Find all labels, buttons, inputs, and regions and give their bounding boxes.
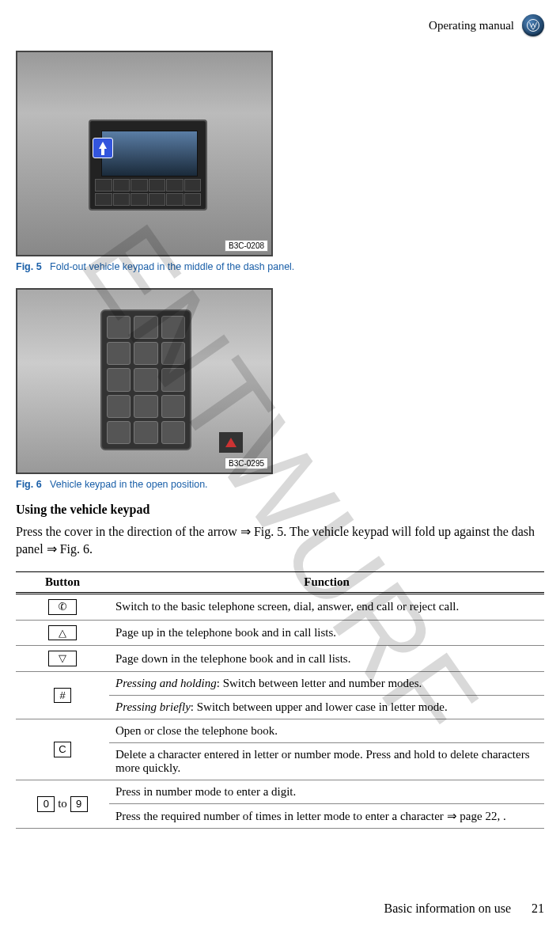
footer-page-number: 21 [532,902,544,915]
table-row: ▽ Page down in the telephone book and in… [16,646,544,672]
fn-text: Page up in the telephone book and in cal… [109,620,544,646]
key-phone: ✆ [16,594,109,621]
fn-text: Page down in the telephone book and in c… [109,646,544,672]
page-footer: Basic information on use 21 [384,902,544,916]
th-button: Button [16,572,109,594]
fn-text: Switch to the basic telephone screen, di… [109,594,544,621]
fn-text: Press in number mode to enter a digit. [109,780,544,803]
key-up: △ [16,620,109,646]
figure-6-caption: Fig. 6 Vehicle keypad in the open positi… [16,479,544,490]
key-hash: # [16,671,109,719]
keypad-icon [100,309,191,450]
fn-text: Delete a character entered in letter or … [109,742,544,780]
figure-6-code: B3C-0295 [225,457,268,469]
section-title: Using the vehicle keypad [16,503,544,517]
figure-5-label: Fig. 5 [16,261,42,272]
figure-6-image: B3C-0295 [16,288,273,474]
figure-6-label: Fig. 6 [16,479,42,490]
table-row: # Pressing and holding: Switch between l… [16,671,544,695]
figure-5: B3C-0208 Fig. 5 Fold-out vehicle keypad … [16,51,544,272]
figure-6-caption-text: Vehicle keypad in the open position. [50,479,207,490]
button-function-table: Button Function ✆ Switch to the basic te… [16,571,544,829]
fn-text: Press the required number of times in le… [109,803,544,828]
fn-text: Open or close the telephone book. [109,719,544,742]
fn-text: Pressing and holding: Switch between let… [109,671,544,695]
arrow-indicator-icon [93,138,113,158]
table-row: △ Page up in the telephone book and in c… [16,620,544,646]
key-c: C [16,719,109,780]
footer-section: Basic information on use [384,902,511,915]
figure-5-caption-text: Fold-out vehicle keypad in the middle of… [50,261,294,272]
figure-5-caption: Fig. 5 Fold-out vehicle keypad in the mi… [16,261,544,272]
table-row: 0 to 9 Press in number mode to enter a d… [16,780,544,803]
key-digits: 0 to 9 [16,780,109,828]
table-row: C Open or close the telephone book. [16,719,544,742]
vw-logo-icon [522,14,544,36]
th-function: Function [109,572,544,594]
fn-text: Pressing briefly: Switch between upper a… [109,695,544,719]
figure-6: B3C-0295 Fig. 6 Vehicle keypad in the op… [16,288,544,490]
section-body: Press the cover in the direction of the … [16,523,544,557]
key-down: ▽ [16,646,109,672]
figure-5-image: B3C-0208 [16,51,273,256]
figure-5-code: B3C-0208 [225,240,268,252]
page-header: Operating manual [16,0,544,43]
table-row: ✆ Switch to the basic telephone screen, … [16,594,544,621]
header-title: Operating manual [429,19,514,32]
